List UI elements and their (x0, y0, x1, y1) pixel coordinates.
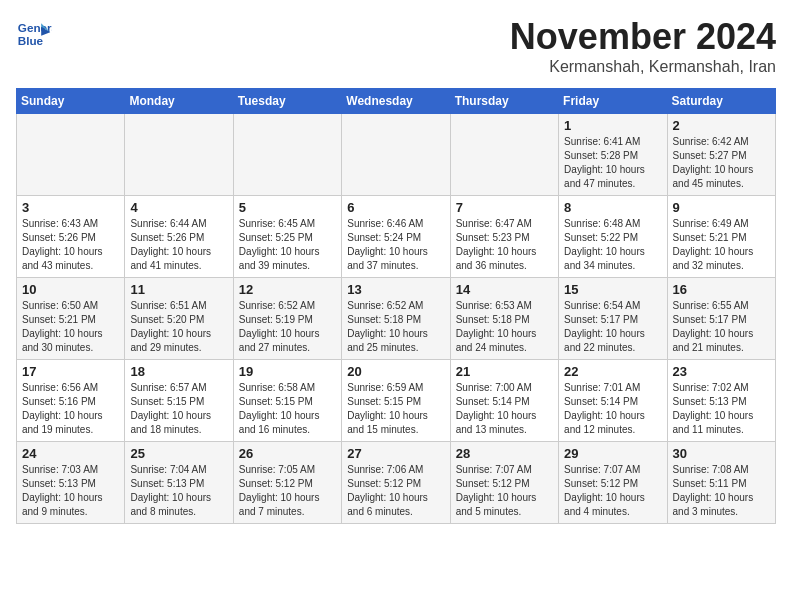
location-title: Kermanshah, Kermanshah, Iran (510, 58, 776, 76)
day-info: Sunrise: 6:46 AM Sunset: 5:24 PM Dayligh… (347, 217, 444, 273)
day-info: Sunrise: 6:58 AM Sunset: 5:15 PM Dayligh… (239, 381, 336, 437)
day-number: 5 (239, 200, 336, 215)
day-number: 25 (130, 446, 227, 461)
day-number: 11 (130, 282, 227, 297)
day-info: Sunrise: 6:53 AM Sunset: 5:18 PM Dayligh… (456, 299, 553, 355)
logo-icon: General Blue (16, 16, 52, 52)
table-row (125, 114, 233, 196)
day-number: 2 (673, 118, 770, 133)
day-number: 22 (564, 364, 661, 379)
table-row: 14Sunrise: 6:53 AM Sunset: 5:18 PM Dayli… (450, 278, 558, 360)
table-row: 3Sunrise: 6:43 AM Sunset: 5:26 PM Daylig… (17, 196, 125, 278)
table-row: 13Sunrise: 6:52 AM Sunset: 5:18 PM Dayli… (342, 278, 450, 360)
day-info: Sunrise: 7:03 AM Sunset: 5:13 PM Dayligh… (22, 463, 119, 519)
day-number: 3 (22, 200, 119, 215)
day-number: 28 (456, 446, 553, 461)
day-number: 15 (564, 282, 661, 297)
day-number: 19 (239, 364, 336, 379)
table-row: 29Sunrise: 7:07 AM Sunset: 5:12 PM Dayli… (559, 442, 667, 524)
day-info: Sunrise: 7:02 AM Sunset: 5:13 PM Dayligh… (673, 381, 770, 437)
day-info: Sunrise: 6:59 AM Sunset: 5:15 PM Dayligh… (347, 381, 444, 437)
day-info: Sunrise: 6:54 AM Sunset: 5:17 PM Dayligh… (564, 299, 661, 355)
table-row: 24Sunrise: 7:03 AM Sunset: 5:13 PM Dayli… (17, 442, 125, 524)
table-row (342, 114, 450, 196)
svg-text:Blue: Blue (18, 34, 44, 47)
day-number: 10 (22, 282, 119, 297)
day-info: Sunrise: 7:07 AM Sunset: 5:12 PM Dayligh… (456, 463, 553, 519)
day-info: Sunrise: 6:45 AM Sunset: 5:25 PM Dayligh… (239, 217, 336, 273)
table-row: 20Sunrise: 6:59 AM Sunset: 5:15 PM Dayli… (342, 360, 450, 442)
day-info: Sunrise: 6:49 AM Sunset: 5:21 PM Dayligh… (673, 217, 770, 273)
day-number: 20 (347, 364, 444, 379)
table-row: 16Sunrise: 6:55 AM Sunset: 5:17 PM Dayli… (667, 278, 775, 360)
day-info: Sunrise: 6:55 AM Sunset: 5:17 PM Dayligh… (673, 299, 770, 355)
day-number: 6 (347, 200, 444, 215)
table-row (17, 114, 125, 196)
table-row: 9Sunrise: 6:49 AM Sunset: 5:21 PM Daylig… (667, 196, 775, 278)
logo: General Blue (16, 16, 52, 52)
title-section: November 2024 Kermanshah, Kermanshah, Ir… (510, 16, 776, 76)
day-number: 12 (239, 282, 336, 297)
header-friday: Friday (559, 89, 667, 114)
day-number: 21 (456, 364, 553, 379)
day-info: Sunrise: 6:52 AM Sunset: 5:19 PM Dayligh… (239, 299, 336, 355)
day-number: 16 (673, 282, 770, 297)
day-number: 13 (347, 282, 444, 297)
day-info: Sunrise: 7:07 AM Sunset: 5:12 PM Dayligh… (564, 463, 661, 519)
table-row: 21Sunrise: 7:00 AM Sunset: 5:14 PM Dayli… (450, 360, 558, 442)
day-number: 30 (673, 446, 770, 461)
calendar-week-row: 10Sunrise: 6:50 AM Sunset: 5:21 PM Dayli… (17, 278, 776, 360)
day-number: 1 (564, 118, 661, 133)
table-row: 12Sunrise: 6:52 AM Sunset: 5:19 PM Dayli… (233, 278, 341, 360)
day-info: Sunrise: 6:44 AM Sunset: 5:26 PM Dayligh… (130, 217, 227, 273)
table-row (450, 114, 558, 196)
day-number: 8 (564, 200, 661, 215)
day-number: 18 (130, 364, 227, 379)
header-thursday: Thursday (450, 89, 558, 114)
day-info: Sunrise: 6:48 AM Sunset: 5:22 PM Dayligh… (564, 217, 661, 273)
day-info: Sunrise: 6:47 AM Sunset: 5:23 PM Dayligh… (456, 217, 553, 273)
day-info: Sunrise: 6:42 AM Sunset: 5:27 PM Dayligh… (673, 135, 770, 191)
day-number: 17 (22, 364, 119, 379)
table-row: 7Sunrise: 6:47 AM Sunset: 5:23 PM Daylig… (450, 196, 558, 278)
table-row: 27Sunrise: 7:06 AM Sunset: 5:12 PM Dayli… (342, 442, 450, 524)
table-row: 22Sunrise: 7:01 AM Sunset: 5:14 PM Dayli… (559, 360, 667, 442)
day-info: Sunrise: 7:04 AM Sunset: 5:13 PM Dayligh… (130, 463, 227, 519)
day-number: 27 (347, 446, 444, 461)
calendar-week-row: 1Sunrise: 6:41 AM Sunset: 5:28 PM Daylig… (17, 114, 776, 196)
table-row: 1Sunrise: 6:41 AM Sunset: 5:28 PM Daylig… (559, 114, 667, 196)
table-row: 15Sunrise: 6:54 AM Sunset: 5:17 PM Dayli… (559, 278, 667, 360)
header-saturday: Saturday (667, 89, 775, 114)
day-number: 26 (239, 446, 336, 461)
calendar-week-row: 24Sunrise: 7:03 AM Sunset: 5:13 PM Dayli… (17, 442, 776, 524)
day-number: 7 (456, 200, 553, 215)
calendar-header-row: Sunday Monday Tuesday Wednesday Thursday… (17, 89, 776, 114)
table-row: 4Sunrise: 6:44 AM Sunset: 5:26 PM Daylig… (125, 196, 233, 278)
day-number: 4 (130, 200, 227, 215)
day-info: Sunrise: 7:00 AM Sunset: 5:14 PM Dayligh… (456, 381, 553, 437)
header-monday: Monday (125, 89, 233, 114)
table-row: 23Sunrise: 7:02 AM Sunset: 5:13 PM Dayli… (667, 360, 775, 442)
day-number: 9 (673, 200, 770, 215)
table-row: 5Sunrise: 6:45 AM Sunset: 5:25 PM Daylig… (233, 196, 341, 278)
table-row: 2Sunrise: 6:42 AM Sunset: 5:27 PM Daylig… (667, 114, 775, 196)
page-header: General Blue November 2024 Kermanshah, K… (16, 16, 776, 76)
day-info: Sunrise: 6:51 AM Sunset: 5:20 PM Dayligh… (130, 299, 227, 355)
day-info: Sunrise: 6:43 AM Sunset: 5:26 PM Dayligh… (22, 217, 119, 273)
month-title: November 2024 (510, 16, 776, 58)
day-number: 24 (22, 446, 119, 461)
day-info: Sunrise: 7:08 AM Sunset: 5:11 PM Dayligh… (673, 463, 770, 519)
day-number: 23 (673, 364, 770, 379)
table-row: 10Sunrise: 6:50 AM Sunset: 5:21 PM Dayli… (17, 278, 125, 360)
day-number: 29 (564, 446, 661, 461)
table-row: 30Sunrise: 7:08 AM Sunset: 5:11 PM Dayli… (667, 442, 775, 524)
table-row: 11Sunrise: 6:51 AM Sunset: 5:20 PM Dayli… (125, 278, 233, 360)
table-row: 6Sunrise: 6:46 AM Sunset: 5:24 PM Daylig… (342, 196, 450, 278)
day-info: Sunrise: 7:01 AM Sunset: 5:14 PM Dayligh… (564, 381, 661, 437)
day-info: Sunrise: 6:52 AM Sunset: 5:18 PM Dayligh… (347, 299, 444, 355)
calendar-week-row: 3Sunrise: 6:43 AM Sunset: 5:26 PM Daylig… (17, 196, 776, 278)
day-number: 14 (456, 282, 553, 297)
day-info: Sunrise: 7:06 AM Sunset: 5:12 PM Dayligh… (347, 463, 444, 519)
table-row: 26Sunrise: 7:05 AM Sunset: 5:12 PM Dayli… (233, 442, 341, 524)
day-info: Sunrise: 6:50 AM Sunset: 5:21 PM Dayligh… (22, 299, 119, 355)
